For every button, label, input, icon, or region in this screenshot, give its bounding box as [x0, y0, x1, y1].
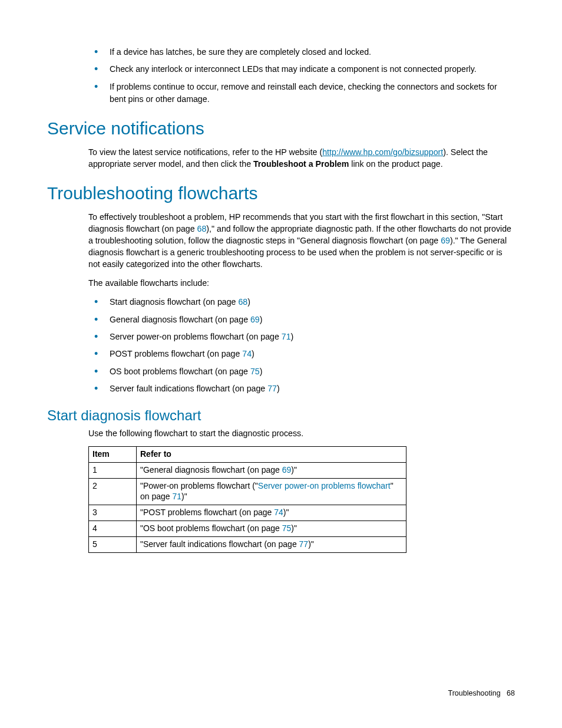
col-header-item: Item [89, 446, 137, 462]
list-item: General diagnosis flowchart (on page 69) [88, 314, 515, 326]
page-ref[interactable]: 77 [299, 539, 309, 549]
cell-refer: "General diagnosis flowchart (on page 69… [137, 462, 406, 478]
text: )" [283, 508, 289, 517]
cell-item: 2 [89, 478, 137, 505]
page-ref[interactable]: 68 [238, 297, 247, 307]
text: "General diagnosis flowchart (on page [140, 465, 282, 475]
crossref-link[interactable]: Server power-on problems flowchart [258, 481, 391, 490]
list-item: Start diagnosis flowchart (on page 68) [88, 296, 515, 308]
heading-service-notifications: Service notifications [47, 118, 515, 138]
service-paragraph-block: To view the latest service notifications… [88, 146, 515, 170]
page-ref-69[interactable]: 69 [441, 236, 450, 245]
start-diagnosis-intro: Use the following flowchart to start the… [88, 427, 515, 439]
text: "Server fault indications flowchart (on … [140, 539, 299, 549]
list-item: Server power-on problems flowchart (on p… [88, 331, 515, 343]
table-row: 4 "OS boot problems flowchart (on page 7… [89, 521, 406, 537]
page-ref[interactable]: 75 [250, 367, 260, 376]
text: "OS boot problems flowchart (on page [140, 523, 282, 533]
page-content: If a device has latches, be sure they ar… [0, 0, 562, 553]
flowcharts-block: To effectively troubleshoot a problem, H… [88, 211, 515, 396]
page-ref[interactable]: 71 [173, 492, 182, 501]
page-ref[interactable]: 77 [267, 384, 277, 393]
flowcharts-intro: To effectively troubleshoot a problem, H… [88, 211, 515, 271]
start-diagnosis-block: Use the following flowchart to start the… [88, 427, 515, 553]
cell-item: 3 [89, 505, 137, 521]
list-item: If problems continue to occur, remove an… [88, 81, 515, 106]
text: )" [181, 492, 187, 501]
text: General diagnosis flowchart (on page [110, 315, 250, 324]
footer-page-number: 68 [507, 689, 515, 697]
flowcharts-list: Start diagnosis flowchart (on page 68) G… [88, 296, 515, 395]
flowcharts-list-intro: The available flowcharts include: [88, 277, 515, 289]
table-row: 2 "Power-on problems flowchart ("Server … [89, 478, 406, 505]
heading-start-diagnosis: Start diagnosis flowchart [47, 408, 515, 423]
hp-bizsupport-link[interactable]: http://www.hp.com/go/bizsupport [322, 147, 443, 157]
text: To view the latest service notifications… [88, 147, 322, 157]
page-ref[interactable]: 69 [282, 465, 292, 475]
top-bullet-list: If a device has latches, be sure they ar… [88, 46, 515, 106]
text: )" [291, 523, 297, 533]
text: ) [291, 332, 294, 341]
list-item: POST problems flowchart (on page 74) [88, 348, 515, 360]
page-ref[interactable]: 75 [282, 523, 292, 533]
col-header-refer: Refer to [137, 446, 406, 462]
page-ref-68[interactable]: 68 [197, 224, 207, 233]
cell-item: 4 [89, 521, 137, 537]
page-ref[interactable]: 69 [250, 315, 260, 324]
service-paragraph: To view the latest service notifications… [88, 146, 515, 170]
page-footer: Troubleshooting 68 [448, 689, 515, 697]
text: ) [252, 349, 254, 358]
cell-item: 5 [89, 537, 137, 553]
page-ref[interactable]: 71 [282, 332, 291, 341]
text: ) [260, 315, 263, 324]
top-bullets-block: If a device has latches, be sure they ar… [88, 46, 515, 106]
table-row: 5 "Server fault indications flowchart (o… [89, 537, 406, 553]
table-header-row: Item Refer to [89, 446, 406, 462]
footer-section: Troubleshooting [448, 689, 500, 697]
text: ) [247, 297, 250, 307]
reference-table: Item Refer to 1 "General diagnosis flowc… [88, 446, 406, 553]
page-ref[interactable]: 74 [274, 508, 283, 517]
list-item: Check any interlock or interconnect LEDs… [88, 63, 515, 75]
text: link on the product page. [349, 159, 442, 169]
text: Server power-on problems flowchart (on p… [110, 332, 282, 341]
heading-troubleshooting-flowcharts: Troubleshooting flowcharts [47, 183, 515, 203]
cell-refer: "Power-on problems flowchart ("Server po… [137, 478, 406, 505]
page-ref[interactable]: 74 [242, 349, 252, 358]
cell-item: 1 [89, 462, 137, 478]
list-item: If a device has latches, be sure they ar… [88, 46, 515, 58]
text: Start diagnosis flowchart (on page [110, 297, 238, 307]
text: OS boot problems flowchart (on page [110, 367, 250, 376]
table-row: 3 "POST problems flowchart (on page 74)" [89, 505, 406, 521]
list-item: Server fault indications flowchart (on p… [88, 383, 515, 395]
text: ) [277, 384, 280, 393]
list-item: OS boot problems flowchart (on page 75) [88, 365, 515, 378]
cell-refer: "Server fault indications flowchart (on … [137, 537, 406, 553]
text: )" [291, 465, 297, 475]
text: Server fault indications flowchart (on p… [110, 384, 267, 393]
text: POST problems flowchart (on page [110, 349, 242, 358]
text: )" [308, 539, 314, 549]
table-row: 1 "General diagnosis flowchart (on page … [89, 462, 406, 478]
text: ) [260, 367, 263, 376]
text: "POST problems flowchart (on page [140, 508, 274, 517]
troubleshoot-problem-link-label: Troubleshoot a Problem [253, 159, 349, 169]
text: "Power-on problems flowchart (" [140, 481, 258, 490]
cell-refer: "POST problems flowchart (on page 74)" [137, 505, 406, 521]
cell-refer: "OS boot problems flowchart (on page 75)… [137, 521, 406, 537]
